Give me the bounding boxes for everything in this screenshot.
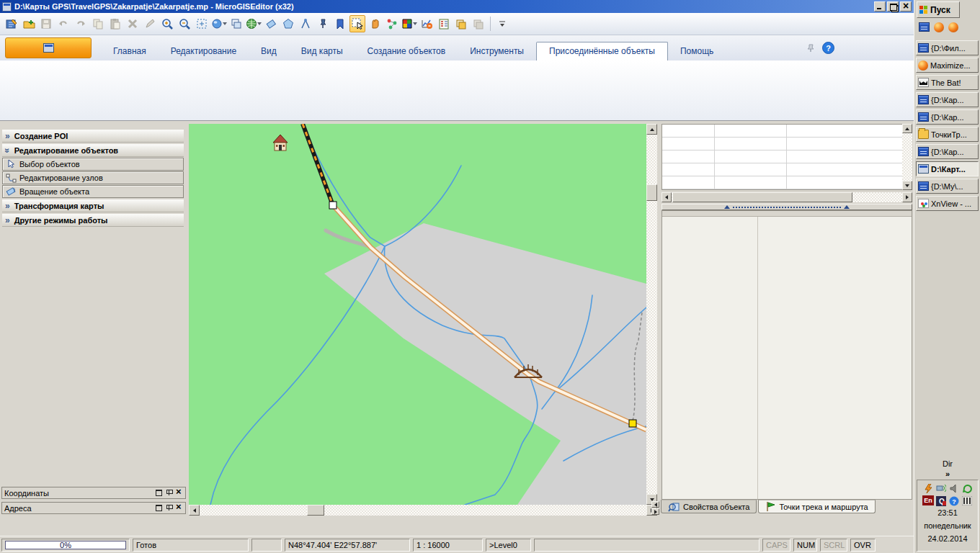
- panel-pin-icon[interactable]: [165, 489, 173, 497]
- map-vertical-scrollbar[interactable]: [646, 124, 657, 505]
- taskbar-button[interactable]: The Bat!: [916, 75, 979, 90]
- scroll-left-button[interactable]: [189, 505, 200, 516]
- coordinates-panel-bar[interactable]: Координаты: [1, 487, 186, 499]
- copy-icon[interactable]: [90, 15, 106, 32]
- delete-icon[interactable]: [125, 15, 141, 32]
- tab-track-route-points[interactable]: Точки трека и маршрута: [758, 500, 875, 513]
- scroll-left-button[interactable]: [662, 192, 672, 202]
- panel-close-icon[interactable]: [175, 504, 183, 512]
- panel-pin-icon[interactable]: [165, 504, 173, 512]
- measure-angle-icon[interactable]: [298, 15, 313, 32]
- map-node-white[interactable]: [329, 202, 337, 209]
- volume-icon[interactable]: [948, 483, 960, 494]
- redo-icon[interactable]: [73, 15, 89, 32]
- tray-clock[interactable]: 23:51: [917, 508, 978, 517]
- select-tool-icon[interactable]: [349, 15, 365, 32]
- tab-vid[interactable]: Вид: [249, 42, 289, 60]
- level-cell[interactable]: >Level0: [486, 539, 531, 552]
- tab-prisoedinennye-obekty[interactable]: Присоединённые объекты: [536, 42, 668, 60]
- update-icon[interactable]: [961, 483, 973, 494]
- pan-hand-icon[interactable]: [367, 15, 383, 32]
- tab-glavnaya[interactable]: Главная: [101, 42, 159, 60]
- restore-button[interactable]: [887, 1, 899, 12]
- start-button[interactable]: Пуск: [917, 1, 960, 18]
- help-icon[interactable]: ?: [822, 42, 834, 54]
- save-icon[interactable]: [38, 15, 54, 32]
- ribbon-pin-icon[interactable]: [805, 42, 816, 54]
- keyboard-layout-indicator[interactable]: En: [922, 495, 934, 505]
- sphere-view-icon[interactable]: [211, 15, 227, 32]
- title-bar[interactable]: D:\Карты GPS\TravelGPS\Zakarpatje\Zakarp…: [0, 0, 914, 13]
- group-transformaciya-karty[interactable]: » Трансформация карты: [2, 199, 184, 212]
- tab-sozdanie-obektov[interactable]: Создание объектов: [355, 42, 458, 60]
- taskbar-button[interactable]: ТочкиТр...: [916, 127, 979, 142]
- dropdown-icon[interactable]: [257, 22, 262, 25]
- taskbar-button[interactable]: {D:\Кар...: [916, 92, 979, 107]
- close-button[interactable]: [900, 1, 912, 12]
- dir-toolbar-label[interactable]: Dir: [914, 459, 980, 468]
- panel-maximize-icon[interactable]: [155, 504, 163, 512]
- taskbar-button[interactable]: Maximize...: [916, 58, 979, 73]
- scroll-up-button[interactable]: [646, 124, 657, 135]
- group-sozdanie-poi[interactable]: » Создание POI: [2, 130, 184, 143]
- panel-maximize-icon[interactable]: [155, 489, 163, 497]
- tab-object-properties[interactable]: Свойства объекта: [661, 500, 757, 513]
- group-drugie-rezhimy[interactable]: » Другие режимы работы: [2, 214, 184, 227]
- map-node-selected[interactable]: [629, 420, 636, 427]
- horizontal-scroll-thumb[interactable]: [307, 505, 324, 516]
- statistics-icon[interactable]: [419, 15, 435, 32]
- firefox-icon[interactable]: [948, 22, 958, 32]
- vertical-scroll-thumb[interactable]: [646, 184, 657, 201]
- taskbar-button[interactable]: {D:\Фил...: [916, 40, 979, 55]
- toolbar-chevron[interactable]: »: [914, 469, 980, 478]
- tab-scroll-left-button[interactable]: [651, 501, 659, 508]
- paste-icon[interactable]: [107, 15, 123, 32]
- group-redaktirovanie-obektov[interactable]: » Редактирование объектов: [2, 144, 184, 157]
- minimize-button[interactable]: [874, 1, 886, 12]
- toolbar-overflow-icon[interactable]: [494, 15, 510, 32]
- rotate-tool-icon[interactable]: [263, 15, 279, 32]
- rotate-object-button[interactable]: Вращение объекта: [2, 185, 184, 198]
- application-menu-button[interactable]: [5, 37, 92, 58]
- map-window-icon[interactable]: [919, 22, 930, 32]
- import-map-icon[interactable]: [4, 15, 19, 32]
- dropdown-icon[interactable]: [413, 22, 417, 25]
- tab-scroll-right-button[interactable]: [651, 508, 659, 515]
- taskbar-button[interactable]: {D:\Кар...: [916, 144, 979, 159]
- tab-pomosch[interactable]: Помощь: [668, 42, 726, 60]
- grid-vertical-scrollbar[interactable]: [902, 124, 912, 190]
- taskbar-button[interactable]: XnView - ...: [916, 196, 979, 211]
- tab-instrumenty[interactable]: Инструменты: [458, 42, 536, 60]
- taskbar-button[interactable]: {D:\My\...: [916, 179, 979, 194]
- horizontal-scroll-thumb[interactable]: [672, 192, 852, 202]
- punto-switcher-icon[interactable]: Q: [935, 495, 947, 506]
- panel-splitter[interactable]: [662, 204, 912, 210]
- tab-vid-karty[interactable]: Вид карты: [289, 42, 355, 60]
- pushpin-icon[interactable]: [315, 15, 331, 32]
- scroll-down-button[interactable]: [902, 181, 912, 190]
- network-icon[interactable]: [935, 483, 947, 494]
- taskbar-button-active[interactable]: D:\Карт...: [916, 161, 979, 176]
- dropdown-icon[interactable]: [223, 22, 227, 25]
- zoom-selection-icon[interactable]: [194, 15, 210, 32]
- track-points-list[interactable]: [662, 210, 912, 500]
- attached-objects-grid[interactable]: [662, 124, 902, 190]
- undo-icon[interactable]: [55, 15, 71, 32]
- shield-help-icon[interactable]: ?: [948, 495, 960, 506]
- firefox-icon[interactable]: [934, 22, 944, 32]
- web-map-icon[interactable]: [246, 15, 262, 32]
- select-objects-button[interactable]: Выбор объектов: [2, 158, 184, 171]
- checklist-icon[interactable]: [436, 15, 452, 32]
- scroll-up-button[interactable]: [902, 124, 912, 133]
- draw-icon[interactable]: [142, 15, 158, 32]
- taskbar-button[interactable]: {D:\Кар...: [916, 109, 979, 125]
- scroll-right-button[interactable]: [902, 192, 912, 202]
- zoom-out-icon[interactable]: [177, 15, 192, 32]
- node-link-icon[interactable]: [384, 15, 400, 32]
- open-add-icon[interactable]: [21, 15, 37, 32]
- panel-close-icon[interactable]: [175, 489, 183, 497]
- bookmark-icon[interactable]: [332, 15, 348, 32]
- grid-horizontal-scrollbar[interactable]: [662, 192, 912, 202]
- cascade-windows-icon[interactable]: [228, 15, 244, 32]
- tab-redaktirovanie[interactable]: Редактирование: [159, 42, 249, 60]
